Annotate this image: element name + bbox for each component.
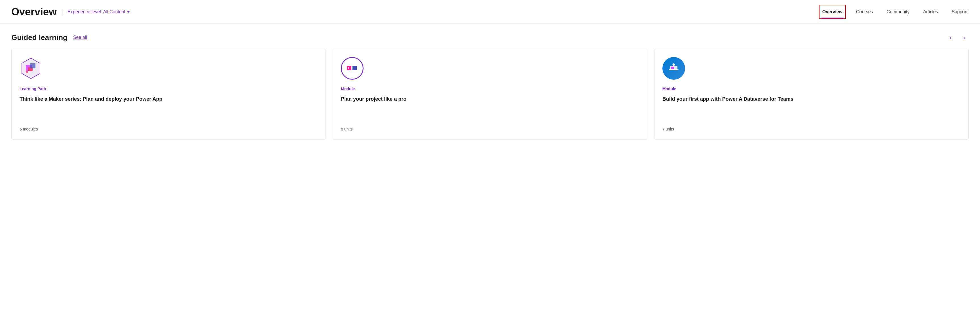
section-header-left: Guided learning See all (11, 33, 87, 42)
see-all-link[interactable]: See all (73, 35, 87, 40)
prev-arrow-button[interactable]: ‹ (946, 33, 955, 42)
next-arrow-button[interactable]: › (959, 33, 969, 42)
guided-learning-header: Guided learning See all ‹ › (11, 33, 969, 42)
card-3-title: Build your first app with Power A Datave… (662, 96, 961, 103)
card-2[interactable]: Module Plan your project like a pro 8 un… (332, 49, 647, 140)
tab-articles[interactable]: Articles (922, 7, 939, 17)
card-1-type: Learning Path (19, 86, 318, 91)
card-3[interactable]: Module Build your first app with Power A… (654, 49, 969, 140)
chevron-down-icon (127, 11, 130, 13)
cards-grid: Learning Path Think like a Maker series:… (11, 49, 969, 140)
card-1-meta: 5 modules (19, 127, 318, 131)
tab-courses[interactable]: Courses (855, 7, 874, 17)
svg-point-4 (26, 71, 28, 73)
card-3-type: Module (662, 86, 961, 91)
card-2-type: Module (341, 86, 639, 91)
nav-tabs: Overview Courses Community Articles Supp… (821, 7, 969, 17)
svg-point-7 (348, 67, 349, 68)
card-3-meta: 7 units (662, 127, 961, 131)
svg-rect-6 (352, 66, 357, 70)
header-left: Overview | Experience level: All Content (11, 6, 130, 18)
page-header: Overview | Experience level: All Content… (0, 0, 980, 24)
tab-support[interactable]: Support (950, 7, 969, 17)
card-1-title: Think like a Maker series: Plan and depl… (19, 96, 318, 103)
page-title: Overview (11, 6, 57, 18)
card-2-icon (341, 57, 364, 80)
carousel-nav: ‹ › (946, 33, 969, 42)
section-title: Guided learning (11, 33, 67, 42)
svg-rect-11 (671, 67, 674, 69)
card-2-title: Plan your project like a pro (341, 96, 639, 103)
experience-level-label: Experience level: All Content (67, 10, 125, 14)
tab-overview[interactable]: Overview (821, 7, 843, 17)
card-1-icon (19, 57, 42, 80)
experience-level-selector[interactable]: Experience level: All Content (67, 10, 130, 14)
svg-rect-3 (30, 63, 35, 69)
header-divider: | (61, 8, 63, 16)
card-3-icon (662, 57, 685, 80)
tab-community[interactable]: Community (886, 7, 911, 17)
main-content: Guided learning See all ‹ › (0, 24, 980, 148)
card-1[interactable]: Learning Path Think like a Maker series:… (11, 49, 326, 140)
svg-rect-5 (347, 66, 352, 70)
card-2-meta: 8 units (341, 127, 639, 131)
svg-point-8 (348, 68, 349, 69)
